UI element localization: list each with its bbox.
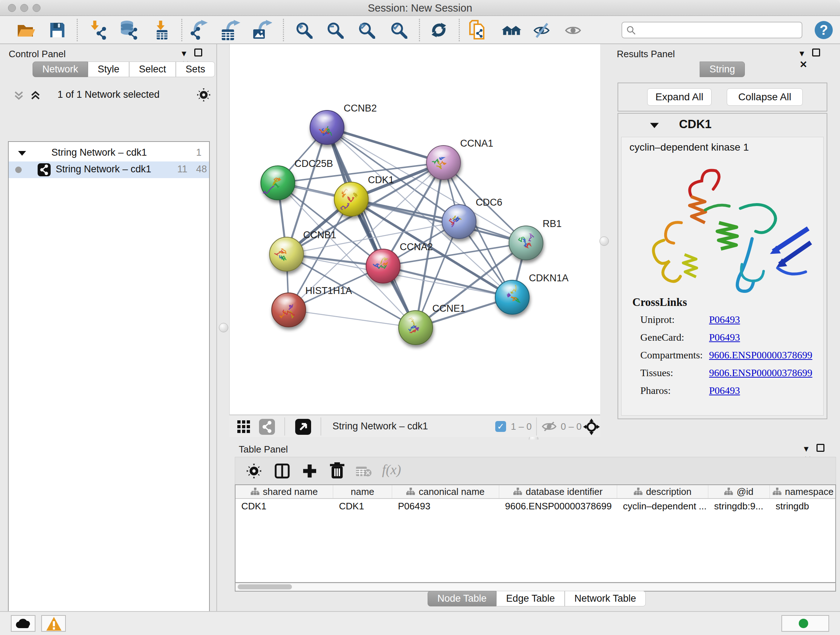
search-input[interactable]: [639, 23, 799, 37]
network-view-icon[interactable]: [259, 419, 275, 435]
grid-view-icon[interactable]: [237, 420, 251, 434]
crosslink-link[interactable]: P06493: [709, 314, 740, 325]
tab-network[interactable]: Network: [33, 62, 88, 77]
crosslink-link[interactable]: 9606.ENSP00000378699: [709, 367, 812, 379]
expand-all-button[interactable]: Expand All: [647, 88, 712, 106]
hide-selected-eye-icon[interactable]: [532, 20, 553, 40]
birds-eye-view-icon[interactable]: [295, 419, 311, 435]
table-cell[interactable]: P06493: [392, 499, 499, 513]
network-edge[interactable]: [289, 310, 416, 328]
delete-table-icon: [356, 466, 372, 477]
collapse-all-button[interactable]: Collapse All: [727, 88, 803, 106]
export-image-icon[interactable]: [252, 20, 272, 40]
show-eye-icon[interactable]: [564, 20, 584, 40]
network-row[interactable]: String Network – cdk1 11 48: [9, 162, 209, 178]
show-columns-icon[interactable]: [274, 463, 290, 479]
zoom-out-icon[interactable]: [325, 20, 345, 40]
homes-icon[interactable]: [501, 20, 521, 40]
selected-count: 1 – 0: [511, 421, 532, 432]
table-horizontal-scrollbar[interactable]: [235, 583, 836, 592]
column-header-canonical-name[interactable]: canonical name: [392, 485, 499, 498]
float-panel-icon[interactable]: [194, 49, 202, 57]
scrollbar-thumb[interactable]: [238, 584, 292, 589]
collapse-panel-icon[interactable]: ▾: [804, 443, 808, 454]
network-node-cdkn1a[interactable]: CDKN1A: [495, 272, 569, 314]
tab-style[interactable]: Style: [88, 62, 129, 77]
refresh-icon[interactable]: [429, 20, 449, 40]
collapse-panel-icon[interactable]: ▾: [799, 48, 804, 59]
tab-string[interactable]: String: [699, 62, 745, 77]
network-edge[interactable]: [327, 127, 444, 163]
tab-sets[interactable]: Sets: [176, 62, 215, 77]
table-cell[interactable]: stringdb: [770, 499, 836, 513]
section-expander-icon[interactable]: [650, 122, 659, 129]
hidden-eye-icon: [541, 421, 557, 432]
import-network-icon[interactable]: [88, 20, 108, 40]
network-edges: [278, 127, 526, 328]
network-node-ccna1[interactable]: CCNA1: [426, 138, 493, 180]
save-session-icon[interactable]: [47, 20, 67, 40]
help-button[interactable]: ?: [815, 21, 833, 39]
delete-column-trash-icon[interactable]: [330, 462, 344, 479]
crosslink-link[interactable]: 9606.ENSP00000378699: [709, 349, 812, 361]
tree-expander-icon[interactable]: [18, 150, 26, 157]
float-panel-icon[interactable]: [812, 49, 820, 57]
column-header-namespace[interactable]: namespace: [770, 485, 836, 498]
warnings-button[interactable]: [41, 615, 66, 632]
string-app-icon: [38, 163, 51, 176]
import-table-icon[interactable]: [152, 20, 172, 40]
gene-name-heading: CDK1: [679, 117, 712, 131]
column-header-name[interactable]: name: [333, 485, 392, 498]
column-header-database-identifier[interactable]: database identifier: [499, 485, 617, 498]
network-node-ccne1[interactable]: CCNE1: [399, 303, 466, 345]
table-cell[interactable]: stringdb:9...: [708, 499, 770, 513]
table-cell[interactable]: 9606.ENSP00000378699: [499, 499, 617, 513]
protein-structure-image: [625, 159, 821, 293]
table-cell[interactable]: CDK1: [333, 499, 392, 513]
status-bar: Memory: [0, 611, 840, 635]
open-session-icon[interactable]: [15, 20, 35, 40]
fit-content-crosshair-icon[interactable]: [583, 418, 600, 435]
selected-checkbox-icon[interactable]: ✓: [495, 421, 506, 432]
table-cell[interactable]: cyclin–dependent ...: [617, 499, 708, 513]
node-table: shared namenamecanonical namedatabase id…: [235, 485, 836, 583]
network-edge[interactable]: [327, 127, 416, 328]
network-collection-row[interactable]: String Network – cdk1 1: [9, 145, 209, 162]
right-splitter-grip[interactable]: [600, 236, 609, 246]
table-options-gear-icon[interactable]: [247, 464, 261, 478]
crosslink-link[interactable]: P06493: [709, 385, 740, 396]
vertical-splitter-grip[interactable]: [219, 323, 228, 333]
collapse-panel-icon[interactable]: ▾: [182, 48, 186, 59]
table-cell[interactable]: CDK1: [235, 499, 333, 513]
tab-edge-table[interactable]: Edge Table: [496, 591, 565, 606]
zoom-selected-icon[interactable]: [388, 20, 409, 40]
column-header--id[interactable]: @id: [708, 485, 770, 498]
network-node-hist1h1a[interactable]: HIST1H1A: [272, 285, 352, 327]
network-node-ccnb1[interactable]: CCNB1: [270, 230, 336, 271]
export-table-icon[interactable]: [220, 20, 240, 40]
column-header-description[interactable]: description: [617, 485, 708, 498]
network-options-gear-icon[interactable]: [197, 88, 210, 101]
table-row[interactable]: CDK1CDK1P064939606.ENSP00000378699cyclin…: [235, 499, 835, 513]
zoom-fit-icon[interactable]: [356, 20, 377, 40]
cloud-button[interactable]: [11, 615, 35, 632]
memory-button[interactable]: Memory: [782, 615, 829, 632]
collection-count: 1: [196, 147, 202, 158]
table-header-row: shared namenamecanonical namedatabase id…: [235, 485, 835, 499]
export-network-icon[interactable]: [188, 20, 209, 40]
zoom-in-icon[interactable]: [294, 20, 314, 40]
float-panel-icon[interactable]: [816, 444, 824, 452]
crosslink-link[interactable]: P06493: [709, 332, 740, 343]
tab-node-table[interactable]: Node Table: [428, 591, 496, 606]
network-canvas[interactable]: CCNB2CCNA1CDC25BCDK1CDC6RB1CCNB1CCNA2CDK…: [229, 44, 600, 415]
results-panel-title: Results Panel: [617, 49, 675, 59]
gene-section: CDK1 cyclin–dependent kinase 1: [617, 113, 827, 419]
duplicate-network-icon[interactable]: [469, 20, 489, 40]
column-header-shared-name[interactable]: shared name: [235, 485, 333, 498]
tab-network-table[interactable]: Network Table: [565, 591, 646, 606]
network-node-cdk1[interactable]: CDK1: [334, 174, 394, 216]
tab-select[interactable]: Select: [129, 62, 176, 77]
create-column-plus-icon[interactable]: [302, 463, 317, 479]
import-network-database-icon[interactable]: [118, 20, 139, 40]
network-node-rb1[interactable]: RB1: [509, 218, 562, 260]
